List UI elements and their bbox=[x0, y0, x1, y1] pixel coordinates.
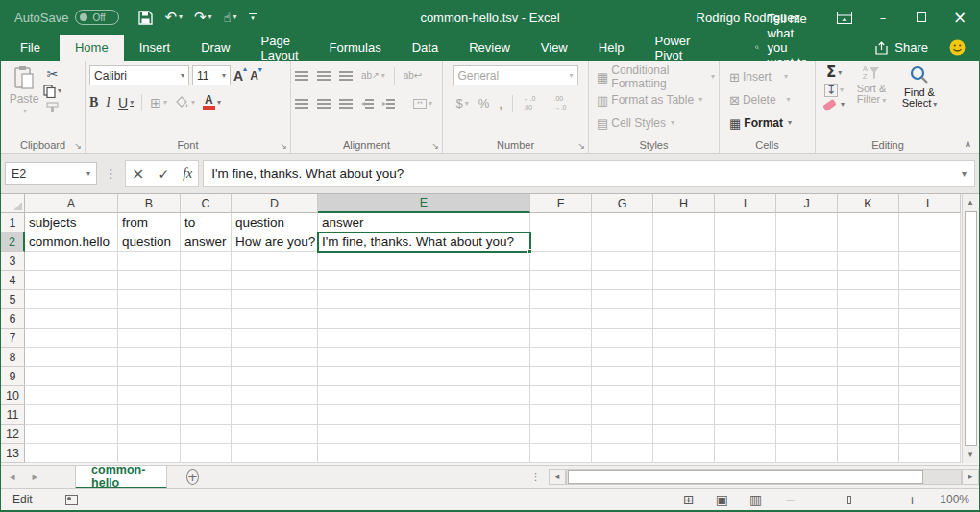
cell-C2[interactable]: answer bbox=[181, 232, 232, 252]
cell-L9[interactable] bbox=[899, 367, 961, 386]
merge-center-dropdown-icon[interactable]: ▾ bbox=[429, 100, 432, 108]
cell-F13[interactable] bbox=[530, 444, 592, 463]
cell-A8[interactable] bbox=[25, 348, 118, 367]
tab-draw[interactable]: Draw bbox=[185, 35, 245, 61]
cell-F2[interactable] bbox=[530, 232, 592, 252]
row-header-9[interactable]: 9 bbox=[1, 367, 25, 386]
comma-format-button[interactable]: , bbox=[499, 95, 502, 111]
cell-I6[interactable] bbox=[715, 309, 776, 329]
ribbon-display-options-button[interactable] bbox=[825, 0, 864, 35]
cell-I8[interactable] bbox=[715, 348, 776, 367]
cell-E9[interactable] bbox=[318, 367, 530, 386]
copy-button[interactable]: ▾ bbox=[43, 85, 61, 98]
cell-A9[interactable] bbox=[25, 367, 118, 386]
cell-H9[interactable] bbox=[653, 367, 715, 386]
new-sheet-button[interactable]: + bbox=[186, 469, 199, 485]
zoom-slider[interactable] bbox=[805, 500, 897, 500]
cell-F3[interactable] bbox=[530, 252, 592, 271]
underline-button[interactable]: U▾ bbox=[118, 95, 134, 110]
increase-font-size-button[interactable]: A▴ bbox=[233, 68, 243, 84]
cell-H11[interactable] bbox=[653, 405, 715, 425]
cell-A1[interactable]: subjects bbox=[25, 213, 118, 232]
scroll-right-arrow[interactable]: ▸ bbox=[962, 469, 979, 485]
cell-E7[interactable] bbox=[318, 329, 530, 348]
top-align-button[interactable] bbox=[295, 71, 308, 81]
cell-B1[interactable]: from bbox=[118, 213, 181, 232]
zoom-level[interactable]: 100% bbox=[925, 493, 969, 506]
cell-I2[interactable] bbox=[715, 232, 776, 252]
cell-L3[interactable] bbox=[899, 252, 961, 271]
cell-B9[interactable] bbox=[118, 367, 181, 386]
row-header-5[interactable]: 5 bbox=[1, 290, 25, 309]
cell-G8[interactable] bbox=[592, 348, 653, 367]
cell-H6[interactable] bbox=[653, 309, 715, 329]
cell-D9[interactable] bbox=[232, 367, 318, 386]
column-header-H[interactable]: H bbox=[653, 194, 715, 213]
cell-F11[interactable] bbox=[530, 405, 592, 425]
cell-D7[interactable] bbox=[232, 329, 318, 348]
scroll-up-arrow[interactable]: ▴ bbox=[963, 194, 978, 210]
merge-center-button[interactable]: ↔▾ bbox=[413, 99, 432, 109]
close-button[interactable]: × bbox=[941, 0, 979, 35]
copy-dropdown-icon[interactable]: ▾ bbox=[58, 87, 61, 95]
cell-I4[interactable] bbox=[715, 271, 776, 290]
wrap-text-button[interactable]: ab↩ bbox=[404, 70, 423, 81]
column-header-J[interactable]: J bbox=[776, 194, 838, 213]
row-header-1[interactable]: 1 bbox=[1, 213, 25, 232]
cell-L4[interactable] bbox=[899, 271, 961, 290]
cell-D12[interactable] bbox=[232, 425, 318, 444]
cell-E5[interactable] bbox=[318, 290, 530, 309]
cell-A2[interactable]: common.hello bbox=[25, 232, 118, 252]
row-header-3[interactable]: 3 bbox=[1, 252, 25, 271]
cell-C12[interactable] bbox=[181, 425, 232, 444]
cell-K13[interactable] bbox=[838, 444, 899, 463]
row-header-13[interactable]: 13 bbox=[1, 444, 25, 463]
cell-J7[interactable] bbox=[776, 329, 838, 348]
minimize-button[interactable]: – bbox=[864, 0, 902, 35]
percent-format-button[interactable]: % bbox=[478, 96, 490, 110]
tab-review[interactable]: Review bbox=[453, 35, 526, 61]
font-dialog-launcher[interactable]: ↘ bbox=[280, 142, 287, 151]
cell-C6[interactable] bbox=[181, 309, 232, 329]
cell-E8[interactable] bbox=[318, 348, 530, 367]
autosave-toggle[interactable]: AutoSave Off bbox=[14, 10, 119, 25]
collapse-ribbon-button[interactable]: ∧ bbox=[965, 139, 971, 149]
cell-L13[interactable] bbox=[899, 444, 961, 463]
format-as-table-button[interactable]: ▥ Format as Table ▾ bbox=[597, 88, 715, 111]
cell-B10[interactable] bbox=[118, 386, 181, 405]
cell-E11[interactable] bbox=[318, 405, 530, 425]
sort-filter-button[interactable]: AZ Sort & Filter▾ bbox=[850, 65, 893, 109]
select-all-corner[interactable] bbox=[1, 194, 25, 213]
cell-C3[interactable] bbox=[181, 252, 232, 271]
cell-G2[interactable] bbox=[592, 232, 653, 252]
cell-D10[interactable] bbox=[232, 386, 318, 405]
font-name-combo[interactable]: Calibri ▾ bbox=[89, 65, 189, 85]
cell-I7[interactable] bbox=[715, 329, 776, 348]
scroll-left-arrow[interactable]: ◂ bbox=[549, 469, 566, 485]
font-size-combo[interactable]: 11 ▾ bbox=[192, 65, 231, 85]
decrease-font-size-button[interactable]: A▾ bbox=[250, 69, 258, 83]
cell-F7[interactable] bbox=[530, 329, 592, 348]
cell-K1[interactable] bbox=[838, 213, 899, 232]
tab-power-pivot[interactable]: Power Pivot bbox=[640, 35, 706, 61]
format-painter-button[interactable] bbox=[43, 102, 61, 113]
cell-H13[interactable] bbox=[653, 444, 715, 463]
normal-view-button[interactable]: ⊞ bbox=[683, 493, 695, 506]
column-header-D[interactable]: D bbox=[232, 194, 318, 213]
align-right-button[interactable] bbox=[339, 99, 353, 109]
tab-formulas[interactable]: Formulas bbox=[314, 35, 397, 61]
undo-dropdown-icon[interactable]: ▾ bbox=[179, 13, 183, 21]
name-box[interactable]: E2 ▾ bbox=[5, 162, 97, 185]
tab-file[interactable]: File bbox=[1, 35, 60, 61]
cell-K6[interactable] bbox=[838, 309, 899, 329]
cell-D3[interactable] bbox=[232, 252, 318, 271]
cell-F4[interactable] bbox=[530, 271, 592, 290]
cell-B8[interactable] bbox=[118, 348, 181, 367]
cell-K3[interactable] bbox=[838, 252, 899, 271]
cell-L10[interactable] bbox=[899, 386, 961, 405]
macro-record-button[interactable] bbox=[65, 495, 78, 505]
insert-cells-button[interactable]: ⊞ Insert ▾ bbox=[729, 65, 811, 88]
cell-A6[interactable] bbox=[25, 309, 118, 329]
column-header-I[interactable]: I bbox=[715, 194, 776, 213]
touch-mouse-mode-button[interactable]: ☝▾ bbox=[220, 10, 241, 26]
